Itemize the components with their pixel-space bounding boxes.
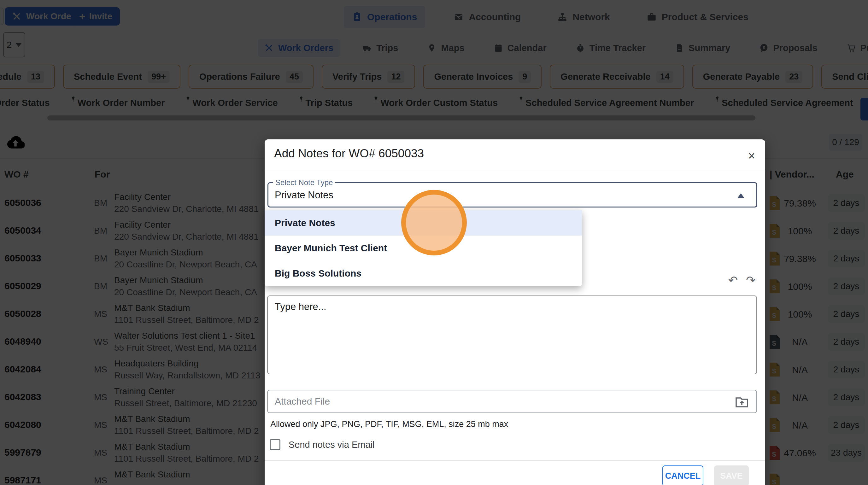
note-editor-placeholder: Type here... <box>275 301 327 313</box>
send-email-checkbox[interactable] <box>270 439 280 450</box>
save-button[interactable]: SAVE <box>714 465 749 485</box>
close-icon[interactable]: × <box>744 148 759 163</box>
attachment-helper-text: Allowed only JPG, PNG, PDF, TIF, MSG, EM… <box>270 419 508 429</box>
note-type-option[interactable]: Bayer Munich Test Client <box>265 235 582 261</box>
attached-file-input[interactable]: Attached File <box>267 390 757 413</box>
note-type-label: Select Note Type <box>273 178 335 187</box>
modal-divider <box>265 171 765 171</box>
note-type-select[interactable]: Select Note Type Private Notes <box>268 182 757 207</box>
footer-divider <box>265 460 765 461</box>
note-type-option[interactable]: Private Notes <box>265 210 582 235</box>
app-screen: Work Order ⋮ + Invite Operations Account… <box>0 0 868 485</box>
attached-file-placeholder: Attached File <box>275 396 330 407</box>
note-type-menu: Private Notes Bayer Munich Test Client B… <box>265 210 582 286</box>
folder-upload-icon[interactable] <box>734 394 749 409</box>
note-type-option[interactable]: Big Boss Solutions <box>265 261 582 286</box>
send-email-label: Send notes via Email <box>288 440 374 450</box>
redo-icon[interactable]: ↷ <box>746 274 755 287</box>
undo-icon[interactable]: ↶ <box>728 274 738 287</box>
modal-title: Add Notes for WO# 6050033 <box>274 147 424 160</box>
undo-redo-group: ↶ ↷ <box>728 274 755 287</box>
send-email-row: Send notes via Email <box>270 439 374 450</box>
add-notes-modal: Add Notes for WO# 6050033 × Select Note … <box>265 139 765 485</box>
note-editor[interactable]: Type here... <box>267 295 757 374</box>
cancel-button[interactable]: CANCEL <box>662 465 703 485</box>
note-type-value: Private Notes <box>275 190 333 201</box>
select-arrow-icon <box>737 193 744 198</box>
